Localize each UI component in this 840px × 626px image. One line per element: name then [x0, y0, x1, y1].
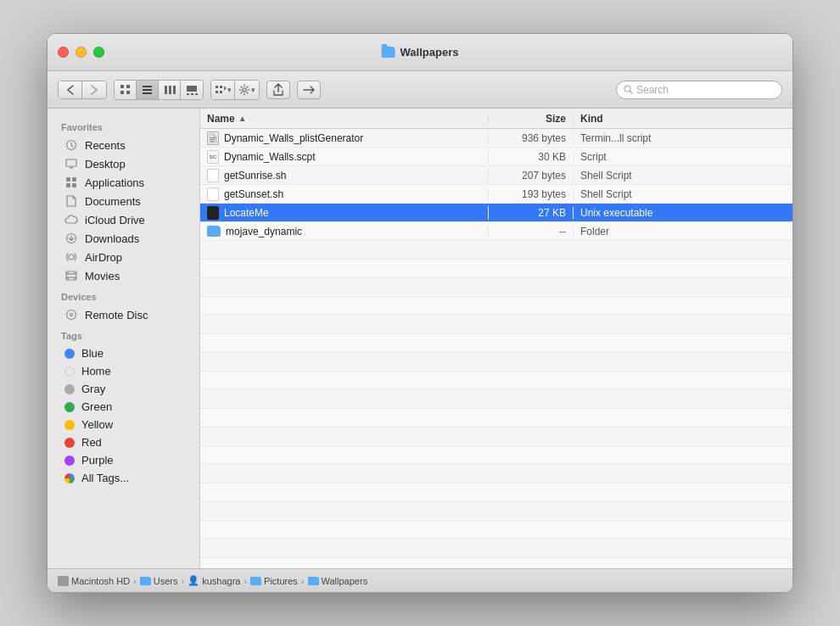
- table-row-empty: [200, 446, 792, 465]
- table-row-empty: [200, 372, 792, 390]
- list-view-button[interactable]: [137, 81, 159, 99]
- table-row-empty: [200, 353, 792, 372]
- sidebar-item-alltags[interactable]: All Tags...: [51, 469, 196, 487]
- svg-rect-3: [126, 91, 130, 94]
- cell-size: 207 bytes: [489, 170, 574, 182]
- table-row[interactable]: getSunset.sh 193 bytes Shell Script: [200, 185, 792, 204]
- sidebar-item-movies[interactable]: Movies: [51, 266, 196, 285]
- remotedisc-icon: [64, 308, 78, 321]
- svg-point-29: [69, 254, 74, 260]
- applications-label: Applications: [85, 176, 144, 189]
- table-row[interactable]: LocateMe 27 KB Unix executable: [200, 204, 792, 222]
- breadcrumb-wallpapers[interactable]: Wallpapers: [308, 576, 368, 586]
- minimize-button[interactable]: [76, 47, 87, 58]
- svg-rect-13: [195, 93, 198, 95]
- svg-rect-0: [120, 85, 124, 88]
- table-row-empty: [200, 465, 792, 483]
- hd-icon: [58, 576, 69, 586]
- blue-tag-dot: [64, 349, 75, 359]
- sidebar-item-icloud[interactable]: iCloud Drive: [51, 210, 196, 229]
- file-list-header: Name ▲ Size Kind: [200, 109, 792, 129]
- desktop-icon: [64, 157, 78, 170]
- gallery-view-button[interactable]: [181, 81, 203, 99]
- sidebar-item-green[interactable]: Green: [51, 398, 196, 416]
- action-group: ▾ ▾: [210, 80, 260, 100]
- back-button[interactable]: [59, 81, 82, 98]
- table-row-empty: [200, 483, 792, 502]
- sidebar-item-yellow[interactable]: Yellow: [51, 416, 196, 433]
- svg-rect-5: [143, 89, 152, 91]
- icloud-label: iCloud Drive: [85, 214, 145, 226]
- user-icon: 👤: [188, 575, 199, 586]
- svg-rect-2: [120, 91, 124, 94]
- sidebar-item-desktop[interactable]: Desktop: [51, 154, 196, 173]
- desktop-label: Desktop: [85, 158, 126, 170]
- home-tag-label: Home: [81, 365, 111, 377]
- folder-icon: [207, 226, 221, 237]
- red-tag-label: Red: [81, 436, 102, 449]
- table-row-empty: [200, 390, 792, 409]
- shell-icon: [207, 169, 219, 182]
- svg-rect-7: [165, 86, 167, 94]
- size-column-header[interactable]: Size: [489, 113, 574, 125]
- bottom-bar: Macintosh HD › Users › 👤 kushagra › Pict…: [48, 568, 792, 592]
- sidebar-item-gray[interactable]: Gray: [51, 380, 196, 398]
- share-button[interactable]: [266, 81, 290, 99]
- breadcrumb-user[interactable]: 👤 kushagra: [188, 575, 240, 586]
- group-button[interactable]: ▾: [211, 81, 235, 99]
- window-title: Wallpapers: [382, 46, 459, 59]
- svg-rect-17: [220, 91, 222, 93]
- sidebar-item-red[interactable]: Red: [51, 433, 196, 451]
- svg-rect-4: [143, 86, 152, 87]
- downloads-icon: [64, 232, 78, 245]
- cell-name: getSunrise.sh: [200, 169, 489, 182]
- column-view-button[interactable]: [159, 81, 181, 99]
- table-row-empty: [200, 428, 792, 446]
- table-row-empty: [200, 502, 792, 521]
- table-row[interactable]: mojave_dynamic -- Folder: [200, 222, 792, 241]
- name-column-header[interactable]: Name ▲: [200, 113, 489, 125]
- svg-rect-12: [191, 93, 193, 95]
- search-box[interactable]: Search: [616, 81, 782, 99]
- search-icon: [624, 85, 633, 94]
- sidebar-item-home[interactable]: Home: [51, 362, 196, 380]
- view-buttons: [114, 80, 204, 100]
- cell-kind: Folder: [574, 226, 792, 238]
- sidebar-item-blue[interactable]: Blue: [51, 344, 196, 362]
- maximize-button[interactable]: [93, 47, 104, 58]
- remotedisc-label: Remote Disc: [85, 309, 148, 321]
- yellow-tag-label: Yellow: [81, 418, 113, 431]
- table-row[interactable]: SC Dynamic_Walls.scpt 30 KB Script: [200, 148, 792, 166]
- svg-rect-25: [72, 177, 76, 182]
- title-folder-icon: [382, 47, 395, 58]
- close-button[interactable]: [58, 47, 69, 58]
- sidebar: Favorites Recents Desktop Applications: [48, 109, 200, 568]
- file-list: Name ▲ Size Kind: [200, 109, 792, 568]
- green-tag-label: Green: [81, 400, 112, 413]
- sidebar-item-documents[interactable]: Documents: [51, 192, 196, 210]
- sidebar-item-applications[interactable]: Applications: [51, 173, 196, 192]
- svg-rect-8: [169, 86, 171, 94]
- sidebar-item-purple[interactable]: Purple: [51, 451, 196, 469]
- airdrop-label: AirDrop: [85, 251, 122, 264]
- table-row-empty: [200, 409, 792, 428]
- breadcrumb-users[interactable]: Users: [140, 576, 178, 586]
- icon-view-button[interactable]: [115, 81, 137, 99]
- purple-tag-dot: [64, 456, 75, 466]
- sidebar-item-downloads[interactable]: Downloads: [51, 229, 196, 248]
- gear-button[interactable]: ▾: [235, 81, 259, 99]
- breadcrumb-pictures[interactable]: Pictures: [250, 576, 298, 586]
- gray-tag-label: Gray: [81, 383, 105, 395]
- sidebar-item-remotedisc[interactable]: Remote Disc: [51, 305, 196, 324]
- sidebar-item-recents[interactable]: Recents: [51, 136, 196, 154]
- table-row[interactable]: getSunrise.sh 207 bytes Shell Script: [200, 166, 792, 185]
- forward-button[interactable]: [82, 81, 106, 98]
- table-row[interactable]: Dynamic_Walls_plistGenerator 936 bytes T…: [200, 129, 792, 148]
- path-button[interactable]: [297, 81, 321, 99]
- sidebar-item-airdrop[interactable]: AirDrop: [51, 248, 196, 266]
- recents-label: Recents: [85, 139, 126, 152]
- cell-kind: Termin...ll script: [574, 132, 792, 144]
- cell-name: LocateMe: [200, 206, 489, 220]
- breadcrumb-macintosh-hd[interactable]: Macintosh HD: [58, 576, 130, 586]
- kind-column-header[interactable]: Kind: [574, 113, 792, 125]
